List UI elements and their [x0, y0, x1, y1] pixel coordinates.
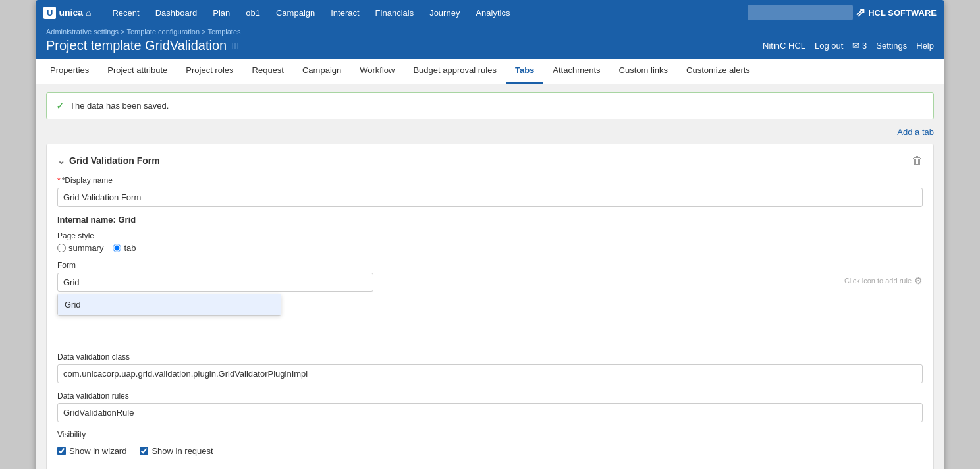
tab-budget-approval[interactable]: Budget approval rules: [404, 59, 505, 84]
click-icon-text: Click icon to add rule: [844, 277, 912, 285]
data-validation-rules-input[interactable]: [57, 403, 923, 422]
page-style-label: Page style: [57, 231, 923, 240]
data-validation-rules-label: Data validation rules: [57, 391, 923, 400]
nav-financials[interactable]: Financials: [369, 0, 421, 25]
nav-interact[interactable]: Interact: [324, 0, 366, 25]
success-banner: ✓ The data has been saved.: [46, 92, 934, 119]
radio-tab-label: tab: [124, 243, 136, 253]
nav-plan[interactable]: Plan: [206, 0, 236, 25]
data-validation-rules-field: Data validation rules: [57, 391, 923, 422]
tab-customize-alerts[interactable]: Customize alerts: [677, 59, 759, 84]
radio-summary-input[interactable]: [57, 244, 66, 252]
add-tab-row: Add a tab: [46, 127, 934, 137]
nav-campaign[interactable]: Campaign: [269, 0, 321, 25]
success-check-icon: ✓: [56, 99, 65, 112]
form-dropdown: Grid: [57, 294, 281, 316]
display-name-field: *Display name: [57, 176, 923, 207]
nav-logo: U unica ⌂: [43, 7, 97, 19]
delete-icon[interactable]: 🗑: [912, 155, 923, 167]
tab-attachments[interactable]: Attachments: [543, 59, 609, 84]
page-title-text: Project template GridValidation: [46, 38, 227, 53]
radio-tab-input[interactable]: [113, 244, 121, 252]
tab-campaign[interactable]: Campaign: [293, 59, 350, 84]
form-name-label: Form: [57, 261, 836, 270]
visibility-label: Visibility: [57, 430, 923, 439]
nav-dashboard[interactable]: Dashboard: [149, 0, 204, 25]
unica-logo-text: unica: [59, 7, 83, 18]
header-user-actions: NitinC HCL Log out ✉ 3 Settings Help: [763, 41, 934, 51]
form-card-title-text: Grid Validation Form: [69, 155, 160, 166]
radio-summary[interactable]: summary: [57, 243, 103, 253]
hcl-text: HCL SOFTWARE: [868, 8, 937, 18]
data-validation-class-input[interactable]: [57, 364, 923, 383]
show-in-request-item[interactable]: Show in request: [140, 446, 213, 456]
success-message: The data has been saved.: [70, 101, 169, 111]
tab-project-attribute[interactable]: Project attribute: [98, 59, 177, 84]
display-name-input[interactable]: [57, 188, 923, 207]
breadcrumb: Administrative settings > Template confi…: [46, 28, 934, 36]
radio-tab[interactable]: tab: [113, 243, 136, 253]
tab-properties[interactable]: Properties: [41, 59, 98, 84]
unica-logo-box: U: [43, 7, 56, 19]
hcl-icon: ⇗: [856, 5, 865, 20]
form-card-title: ⌄ Grid Validation Form: [57, 155, 160, 166]
tab-project-roles[interactable]: Project roles: [177, 59, 242, 84]
page-title: Project template GridValidation ↗⃞: [46, 38, 238, 53]
form-card-header: ⌄ Grid Validation Form 🗑: [57, 155, 923, 167]
show-in-wizard-item[interactable]: Show in wizard: [57, 446, 126, 456]
home-icon[interactable]: ⌂: [86, 7, 91, 18]
search-input[interactable]: [748, 5, 853, 20]
dropdown-item-grid[interactable]: Grid: [58, 294, 281, 315]
form-row: Form Grid Click icon to add rule ⚙: [57, 261, 923, 300]
show-in-request-checkbox[interactable]: [140, 447, 148, 455]
settings-button[interactable]: Settings: [876, 41, 907, 51]
display-name-label: *Display name: [57, 176, 923, 185]
add-tab-link[interactable]: Add a tab: [897, 127, 934, 137]
tabs-bar: Properties Project attribute Project rol…: [36, 59, 944, 84]
nav-ob1[interactable]: ob1: [239, 0, 267, 25]
visibility-field: Visibility Show in wizard Show in reques…: [57, 430, 923, 456]
page-style-radio-group: summary tab: [57, 243, 923, 253]
radio-summary-label: summary: [68, 243, 103, 253]
gear-icon[interactable]: ⚙: [914, 275, 923, 286]
tab-workflow[interactable]: Workflow: [350, 59, 404, 84]
visibility-row: Show in wizard Show in request: [57, 446, 923, 456]
tab-tabs[interactable]: Tabs: [506, 59, 543, 84]
nav-analytics[interactable]: Analytics: [469, 0, 516, 25]
page-style-field: Page style summary tab: [57, 231, 923, 253]
data-validation-class-label: Data validation class: [57, 352, 923, 362]
app-window: U unica ⌂ Recent Dashboard Plan ob1 Camp…: [36, 0, 944, 469]
tab-request[interactable]: Request: [243, 59, 293, 84]
help-button[interactable]: Help: [916, 41, 934, 51]
form-name-field: Form Grid: [57, 261, 836, 292]
user-name: NitinC HCL: [763, 41, 805, 51]
hcl-logo: ⇗ HCL SOFTWARE: [856, 5, 937, 20]
show-in-wizard-checkbox[interactable]: [57, 447, 66, 455]
nav-journey[interactable]: Journey: [423, 0, 466, 25]
click-icon-hint: Click icon to add rule ⚙: [844, 275, 923, 286]
logout-button[interactable]: Log out: [815, 41, 843, 51]
tab-custom-links[interactable]: Custom links: [610, 59, 677, 84]
collapse-icon[interactable]: ⌄: [57, 155, 65, 166]
top-nav: U unica ⌂ Recent Dashboard Plan ob1 Camp…: [36, 0, 944, 25]
show-in-request-label: Show in request: [151, 446, 213, 456]
data-validation-class-field: Data validation class: [57, 352, 923, 383]
form-card: ⌄ Grid Validation Form 🗑 *Display name I…: [46, 144, 934, 469]
messages-button[interactable]: ✉ 3: [852, 41, 867, 51]
show-in-wizard-label: Show in wizard: [69, 446, 126, 456]
content-area: ✓ The data has been saved. Add a tab ⌄ G…: [36, 84, 944, 469]
nav-recent[interactable]: Recent: [105, 0, 146, 25]
header-area: Administrative settings > Template confi…: [36, 25, 944, 59]
external-link-icon[interactable]: ↗⃞: [232, 41, 238, 51]
internal-name: Internal name: Grid: [57, 215, 923, 225]
form-name-input[interactable]: [57, 273, 373, 292]
